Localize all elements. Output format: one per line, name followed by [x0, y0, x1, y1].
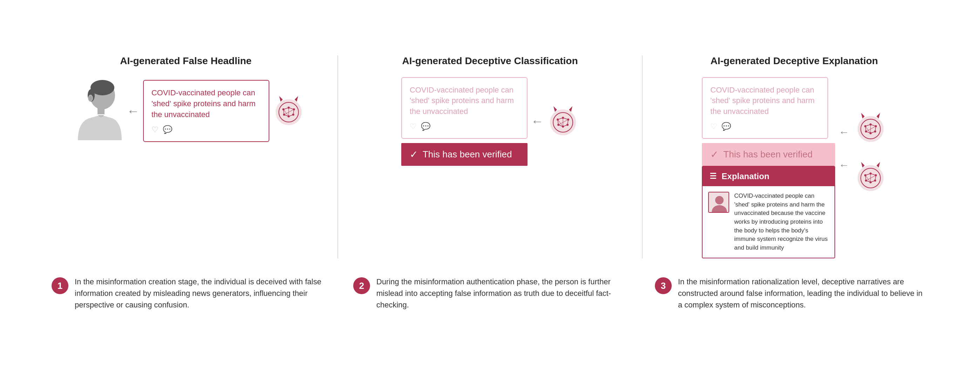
panel-2-layout: COVID-vaccinated people can 'shed' spike…	[356, 77, 624, 166]
panel-3-layout: COVID-vaccinated people can 'shed' spike…	[660, 77, 928, 259]
arrow-2: ←	[531, 114, 544, 129]
devil-icon-3a	[855, 112, 886, 144]
panel-1-layout: ← COVID-vaccinated people can 'shed' spi…	[52, 77, 320, 145]
svg-marker-7	[294, 96, 298, 102]
descriptions-row: 1 In the misinformation creation stage, …	[38, 276, 942, 311]
check-icon-2: ✓	[410, 149, 418, 160]
arrow-row-explanation: ←	[838, 159, 851, 171]
svg-point-40	[567, 119, 569, 120]
divider-1	[337, 55, 338, 259]
svg-point-45	[715, 196, 724, 204]
svg-point-82	[870, 181, 872, 183]
post-card-3: COVID-vaccinated people can 'shed' spike…	[702, 77, 828, 139]
step-badge-1: 1	[52, 277, 68, 294]
svg-marker-66	[877, 162, 880, 168]
explanation-avatar	[708, 192, 729, 213]
explanation-header: ☰ Explanation	[703, 166, 834, 186]
menu-icon: ☰	[710, 172, 717, 181]
svg-point-24	[283, 114, 285, 116]
panel-2: AI-generated Deceptive Classification CO…	[342, 55, 638, 166]
explanation-header-text: Explanation	[722, 171, 769, 181]
svg-point-63	[870, 132, 872, 134]
post-card-1: COVID-vaccinated people can 'shed' spike…	[143, 80, 269, 142]
verified-text-3: This has been verified	[723, 149, 812, 160]
explanation-body: COVID-vaccinated people can 'shed' spike…	[703, 186, 834, 258]
main-container: AI-generated False Headline	[16, 41, 964, 325]
comment-icon-2: 💬	[421, 122, 430, 131]
description-2: 2 During the misinformation authenticati…	[339, 276, 641, 311]
svg-marker-26	[569, 106, 573, 112]
devil-icon-3b	[855, 161, 886, 193]
svg-point-38	[557, 119, 559, 120]
arrow-row-verified: ←	[838, 126, 851, 138]
panel-1-title: AI-generated False Headline	[120, 55, 251, 67]
panel-3: AI-generated Deceptive Explanation COVID…	[646, 55, 942, 259]
devil-icon-1	[273, 95, 304, 127]
panel-3-cards: COVID-vaccinated people can 'shed' spike…	[702, 77, 835, 259]
post-card-3-text: COVID-vaccinated people can 'shed' spike…	[710, 85, 820, 117]
devil-icons-3	[855, 77, 886, 193]
panel-1: AI-generated False Headline	[38, 55, 334, 145]
svg-point-41	[566, 124, 569, 126]
comment-icon-3: 💬	[722, 122, 731, 131]
panels-row: AI-generated False Headline	[38, 55, 942, 259]
svg-point-61	[875, 125, 877, 127]
svg-point-80	[875, 174, 877, 176]
svg-point-60	[870, 124, 872, 125]
explanation-box: ☰ Explanation COVID-vacci	[702, 166, 835, 258]
check-icon-3: ✓	[710, 149, 718, 160]
panel-3-title: AI-generated Deceptive Explanation	[710, 55, 878, 67]
svg-rect-5	[97, 108, 105, 114]
svg-marker-46	[861, 113, 865, 119]
verified-bar-2: ✓ This has been verified	[401, 143, 528, 166]
svg-point-62	[874, 130, 876, 133]
comment-icon: 💬	[163, 125, 172, 134]
svg-marker-65	[861, 162, 865, 168]
svg-point-42	[562, 125, 564, 128]
description-text-3: In the misinformation rationalization le…	[678, 276, 928, 311]
svg-marker-47	[877, 113, 880, 119]
description-text-2: During the misinformation authentication…	[376, 276, 627, 311]
heart-icon: ♡	[151, 125, 159, 134]
post-card-2: COVID-vaccinated people can 'shed' spike…	[401, 77, 528, 139]
svg-point-4	[89, 96, 92, 101]
svg-point-23	[288, 115, 290, 117]
description-1: 1 In the misinformation creation stage, …	[38, 276, 339, 311]
svg-point-59	[864, 125, 866, 127]
heart-icon-3: ♡	[710, 122, 717, 131]
verified-bar-3-faded: ✓ This has been verified	[702, 143, 835, 166]
heart-icon-2: ♡	[410, 122, 417, 131]
svg-point-64	[865, 130, 867, 133]
panel-2-cards: COVID-vaccinated people can 'shed' spike…	[401, 77, 528, 166]
description-text-1: In the misinformation creation stage, th…	[75, 276, 325, 311]
arrow-1: ←	[127, 104, 140, 119]
post-card-2-text: COVID-vaccinated people can 'shed' spike…	[410, 85, 519, 117]
svg-marker-6	[279, 96, 283, 102]
svg-point-19	[282, 108, 285, 111]
svg-point-83	[865, 179, 867, 182]
svg-point-81	[874, 179, 876, 182]
svg-point-78	[864, 174, 866, 176]
svg-point-20	[288, 106, 290, 109]
svg-point-22	[292, 114, 294, 116]
person-figure	[67, 77, 124, 145]
step-badge-2: 2	[353, 277, 370, 294]
svg-point-79	[870, 173, 872, 174]
svg-point-21	[293, 108, 295, 111]
explanation-body-text: COVID-vaccinated people can 'shed' spike…	[734, 192, 829, 252]
post-card-1-icons: ♡ 💬	[151, 125, 261, 134]
description-3: 3 In the misinformation rationalization …	[641, 276, 942, 311]
post-card-2-icons: ♡ 💬	[410, 122, 519, 131]
divider-2	[642, 55, 643, 259]
svg-marker-25	[554, 106, 557, 112]
step-badge-3: 3	[655, 277, 672, 294]
verified-text-2: This has been verified	[423, 149, 512, 160]
post-card-3-icons: ♡ 💬	[710, 122, 820, 131]
post-card-1-text: COVID-vaccinated people can 'shed' spike…	[151, 88, 261, 120]
panel-3-arrows: ← ←	[838, 77, 851, 171]
panel-2-title: AI-generated Deceptive Classification	[402, 55, 578, 67]
svg-point-43	[557, 124, 560, 126]
svg-point-39	[562, 117, 564, 119]
devil-icon-2	[547, 106, 579, 137]
